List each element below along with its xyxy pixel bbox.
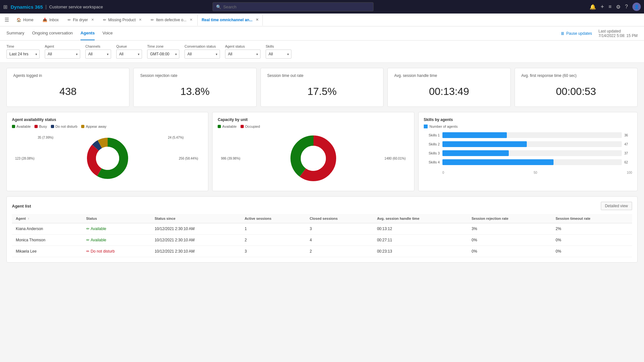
skills-by-agents-chart: Skills by agents Number of agents Skills… (418, 112, 638, 191)
menu-icon[interactable]: ≡ (609, 4, 611, 10)
bar-row-skills1: Skills 1 36 (424, 132, 632, 138)
filter-time-select[interactable]: Last 24 hrs Last 7 days Last 30 days (6, 50, 40, 59)
filter-queue-select[interactable]: All (116, 50, 142, 59)
capacity-left-label: 986 (39.98%) (221, 157, 240, 160)
col-closed-sessions[interactable]: Closed sessions (306, 214, 373, 223)
filter-agent-label: Agent (45, 44, 80, 48)
notifications-icon[interactable]: 🔔 (590, 4, 596, 10)
cell-closed-mikaela: 2 (306, 246, 373, 257)
legend-available-label: Available (16, 125, 31, 128)
col-rejection-rate[interactable]: Session rejection rate (468, 214, 552, 223)
donut-left-label: 123 (28.08%) (15, 157, 34, 160)
col-agent[interactable]: Agent ↑ (12, 214, 82, 223)
filter-queue-label: Queue (116, 44, 142, 48)
skills-by-agents-title: Skills by agents (424, 117, 632, 122)
filter-timezone-select[interactable]: GMT-08:00 (147, 50, 179, 59)
filter-conversation-status: Conversation status All (185, 44, 220, 59)
col-timeout-rate[interactable]: Session timeout rate (552, 214, 632, 223)
bar-skills1-track (442, 132, 622, 138)
top-nav-icons: 🔔 + ≡ ⚙ ? 👤 (590, 3, 641, 11)
tab-close-item-defective[interactable]: ✕ (190, 18, 193, 22)
bar-row-skills3: Skills 3 37 (424, 150, 632, 156)
tab-bar-menu-icon[interactable]: ☰ (2, 14, 12, 25)
agent-availability-legend: Available Busy Do not disturb Appear awa… (12, 125, 203, 128)
capacity-by-unit-title: Capacity by unit (218, 117, 409, 122)
tab-item-defective[interactable]: ✏ Item defective o... ✕ (147, 14, 197, 26)
tab-agents[interactable]: Agents (80, 26, 95, 40)
col-status-since[interactable]: Status since (151, 214, 241, 223)
tab-home[interactable]: 🏠 Home (12, 14, 38, 26)
filter-conv-status-select[interactable]: All (185, 50, 220, 59)
legend-capacity-available: Available (218, 125, 236, 128)
capacity-right-label: 1480 (60.01%) (384, 157, 406, 160)
filter-channels-select[interactable]: All (85, 50, 111, 59)
tab-voice[interactable]: Voice (102, 26, 113, 40)
filter-agent-status-select[interactable]: All (225, 50, 260, 59)
legend-dnd-label: Do not disturb (55, 125, 77, 128)
legend-appear-away: Appear away (81, 125, 106, 128)
kpi-session-timeout-title: Session time out rate (267, 73, 377, 78)
tab-close-fix-dryer[interactable]: ✕ (91, 18, 94, 22)
user-icon[interactable]: 👤 (632, 3, 641, 11)
table-header-row: Agent ↑ Status Status since Active sessi… (12, 214, 632, 223)
x-axis-100: 100 (627, 171, 632, 174)
settings-icon[interactable]: ⚙ (616, 4, 620, 10)
sub-nav-tabs: Summary Ongoing conversation Agents Voic… (6, 26, 113, 40)
col-status[interactable]: Status (82, 214, 151, 223)
bar-row-skills2: Skills 2 47 (424, 141, 632, 147)
tab-inbox[interactable]: 📥 Inbox (38, 14, 63, 26)
filter-timezone: Time zone GMT-08:00 (147, 44, 179, 59)
legend-busy: Busy (34, 125, 47, 128)
home-icon: 🏠 (16, 18, 21, 22)
filter-agent: Agent All (45, 44, 80, 59)
col-avg-handle-time[interactable]: Avg. session handle time (373, 214, 468, 223)
tab-real-time[interactable]: Real time omnichannel an... ✕ (197, 14, 263, 26)
donut-top-value: 35 (7.99%) (38, 136, 53, 139)
bar-skills1-label: Skills 1 (424, 133, 440, 137)
filter-skills-select[interactable]: All (266, 50, 291, 59)
tab-close-real-time[interactable]: ✕ (256, 18, 259, 22)
tab-summary[interactable]: Summary (6, 26, 24, 40)
last-updated-time: 7/14/2022 5:08: 15 PM (599, 33, 638, 38)
agent-list-card: Agent list Detailed view Agent ↑ Status … (6, 196, 638, 263)
tab-fix-dryer[interactable]: ✏ Fix dryer ✕ (63, 14, 98, 26)
col-active-sessions[interactable]: Active sessions (241, 214, 306, 223)
capacity-by-unit-chart: Capacity by unit Available Occupied 986 … (212, 112, 414, 191)
bar-skills3-value: 37 (624, 152, 632, 155)
legend-capacity-occupied-label: Occupied (245, 125, 260, 128)
kpi-avg-handle-value: 00:13:49 (394, 83, 504, 100)
tab-ongoing-conversation[interactable]: Ongoing conversation (32, 26, 73, 40)
grid-icon[interactable]: ⊞ (3, 4, 7, 10)
table-row: Mikaela Lee ✏ Do not disturb 10/12/2021 … (12, 246, 632, 257)
last-updated-info: Last updated 7/14/2022 5:08: 15 PM (599, 29, 638, 38)
help-icon[interactable]: ? (625, 4, 628, 10)
kpi-row: Agents logged in 438 Session rejection r… (6, 68, 638, 107)
tab-close-missing-product[interactable]: ✕ (139, 18, 142, 22)
cell-status-since-kiana: 10/12/2021 2:30:10 AM (151, 223, 241, 235)
last-updated-label: Last updated (599, 29, 638, 33)
capacity-legend: Available Occupied (218, 125, 409, 128)
bar-skills3-fill (442, 150, 509, 156)
kpi-avg-first-response-title: Avg. first response time (60 sec) (521, 73, 631, 78)
kpi-avg-handle-title: Avg. session handle time (394, 73, 504, 78)
cell-timeout-monica: 0% (552, 235, 632, 246)
legend-appear-away-label: Appear away (86, 125, 106, 128)
cell-rejection-mikaela: 0% (468, 246, 552, 257)
main-content: Agents logged in 438 Session rejection r… (0, 63, 644, 268)
filter-agent-select[interactable]: All (45, 50, 80, 59)
add-icon[interactable]: + (601, 4, 604, 10)
donut-right-label: 256 (58.44%) (179, 157, 198, 160)
bar-skills4-label: Skills 4 (424, 160, 440, 164)
tab-missing-product[interactable]: ✏ Missing Product ✕ (99, 14, 146, 26)
bar-skills2-fill (442, 141, 527, 147)
filter-conv-status-label: Conversation status (185, 44, 220, 48)
bar-skills4-track (442, 159, 622, 165)
capacity-left-value: 986 (39.98%) (221, 157, 240, 160)
search-input[interactable] (223, 5, 370, 9)
status-dnd-mikaela: ✏ Do not disturb (86, 249, 147, 254)
search-bar[interactable]: 🔍 (213, 2, 374, 11)
donut-right-value: 256 (58.44%) (179, 157, 198, 160)
pause-updates-button[interactable]: ⏸ Pause updates (560, 31, 592, 36)
detailed-view-button[interactable]: Detailed view (601, 202, 632, 210)
cell-timeout-kiana: 2% (552, 223, 632, 235)
